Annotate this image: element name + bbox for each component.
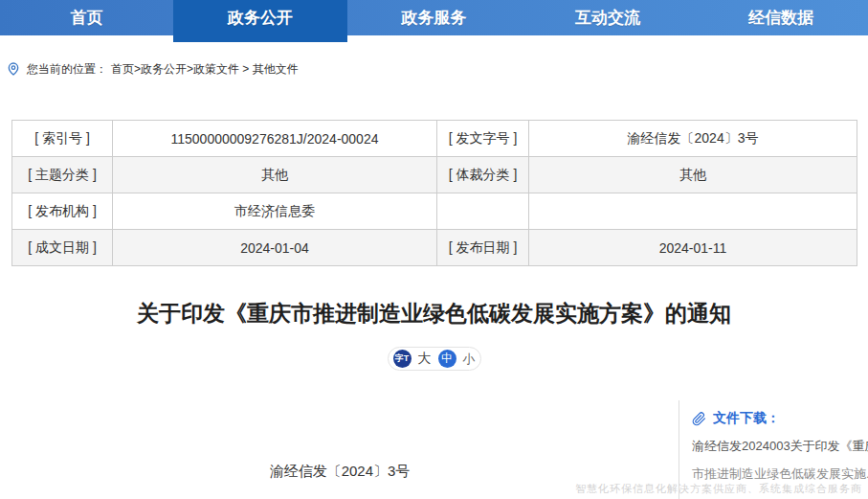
download-panel-header: 文件下载：	[692, 410, 864, 427]
font-size-widget: 字T 大 中 小	[388, 347, 481, 371]
meta-value: 11500000009276281J/2024-00024	[113, 121, 437, 157]
meta-label: [ 成文日期 ]	[12, 230, 113, 266]
top-nav: 首页 政务公开 政务服务 互动交流 经信数据	[0, 0, 868, 35]
doc-meta-table: [ 索引号 ] 11500000009276281J/2024-00024 [ …	[11, 120, 857, 266]
watermark-text: 智慧化环保信息化解决方案供应商、系统集成综合服务商	[575, 482, 862, 496]
meta-value: 2024-01-11	[529, 230, 857, 266]
location-pin-icon	[6, 61, 21, 77]
breadcrumb-path[interactable]: 首页>政务公开>政策文件 > 其他文件	[111, 61, 299, 78]
meta-value: 市经济信息委	[113, 193, 437, 230]
nav-tab-gov-disclosure[interactable]: 政务公开	[173, 0, 346, 42]
table-row: [ 发布机构 ] 市经济信息委	[12, 193, 857, 230]
meta-label	[437, 193, 529, 230]
font-icon: 字T	[393, 350, 412, 368]
table-row: [ 主题分类 ] 其他 [ 体裁分类 ] 其他	[12, 157, 857, 193]
nav-tab-data[interactable]: 经信数据	[695, 0, 868, 35]
meta-value: 2024-01-04	[113, 230, 437, 266]
breadcrumb-prefix: 您当前的位置：	[27, 61, 107, 78]
doc-number: 渝经信发〔2024〕3号	[0, 463, 679, 481]
font-size-medium-button[interactable]: 中	[438, 350, 456, 368]
meta-label: [ 发文字号 ]	[437, 121, 529, 157]
download-panel-title: 文件下载：	[713, 410, 780, 427]
meta-label: [ 体裁分类 ]	[437, 157, 529, 193]
meta-label: [ 索引号 ]	[12, 121, 113, 157]
page-title: 关于印发《重庆市推进制造业绿色低碳发展实施方案》的通知	[0, 299, 868, 329]
table-row: [ 索引号 ] 11500000009276281J/2024-00024 [ …	[12, 121, 857, 157]
meta-label: [ 发布日期 ]	[437, 230, 529, 266]
breadcrumb: 您当前的位置： 首页>政务公开>政策文件 > 其他文件	[6, 57, 299, 80]
download-link-line1[interactable]: 渝经信发2024003关于印发《重庆	[692, 438, 864, 455]
meta-value: 渝经信发〔2024〕3号	[529, 121, 857, 157]
download-panel: 文件下载： 渝经信发2024003关于印发《重庆 市推进制造业绿色低碳发展实施.…	[692, 410, 864, 483]
meta-label: [ 发布机构 ]	[12, 193, 113, 230]
nav-tab-interaction[interactable]: 互动交流	[521, 0, 694, 35]
nav-tab-home[interactable]: 首页	[0, 0, 173, 35]
font-size-small-button[interactable]: 小	[463, 351, 476, 368]
paperclip-icon	[692, 412, 706, 426]
meta-value: 其他	[113, 157, 437, 193]
download-link-line2[interactable]: 市推进制造业绿色低碳发展实施...	[692, 465, 864, 483]
font-size-large-button[interactable]: 大	[418, 351, 432, 368]
table-row: [ 成文日期 ] 2024-01-04 [ 发布日期 ] 2024-01-11	[12, 230, 857, 266]
meta-value: 其他	[529, 157, 857, 193]
nav-tab-gov-services[interactable]: 政务服务	[347, 0, 521, 35]
meta-label: [ 主题分类 ]	[12, 157, 113, 193]
meta-value	[529, 193, 857, 230]
